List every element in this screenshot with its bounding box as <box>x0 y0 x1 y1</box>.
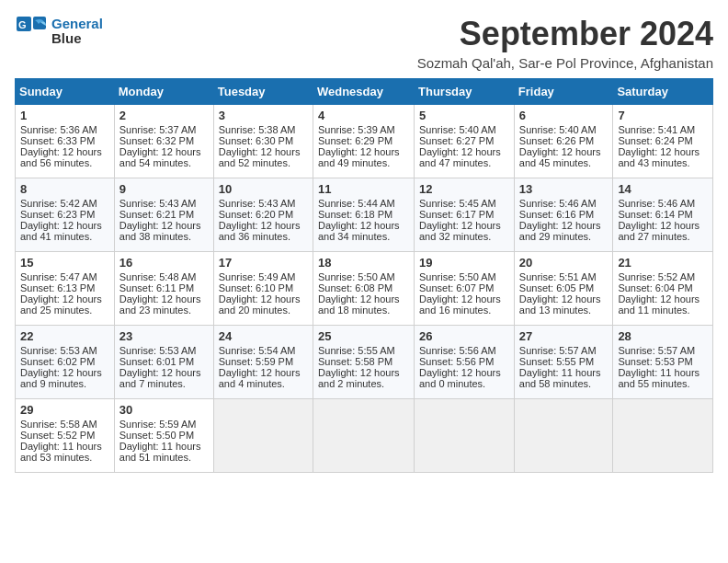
calendar-cell: 28 Sunrise: 5:57 AM Sunset: 5:53 PM Dayl… <box>613 326 713 399</box>
calendar-cell: 13 Sunrise: 5:46 AM Sunset: 6:16 PM Dayl… <box>514 178 613 252</box>
calendar-cell: 30 Sunrise: 5:59 AM Sunset: 5:50 PM Dayl… <box>114 399 213 473</box>
calendar-cell <box>415 399 515 473</box>
sunrise-label: Sunrise: 5:57 AM <box>618 345 695 356</box>
calendar-table: SundayMondayTuesdayWednesdayThursdayFrid… <box>15 78 713 473</box>
daylight-label: Daylight: 11 hours and 58 minutes. <box>519 367 601 389</box>
sunset-label: Sunset: 5:50 PM <box>119 430 194 441</box>
day-number: 26 <box>419 329 509 343</box>
sunrise-label: Sunrise: 5:55 AM <box>318 345 395 356</box>
day-number: 4 <box>318 109 409 122</box>
calendar-cell: 16 Sunrise: 5:48 AM Sunset: 6:11 PM Dayl… <box>114 252 213 326</box>
daylight-label: Daylight: 12 hours and 32 minutes. <box>419 220 501 242</box>
daylight-label: Daylight: 12 hours and 9 minutes. <box>20 367 102 389</box>
sunrise-label: Sunrise: 5:40 AM <box>519 124 597 135</box>
daylight-label: Daylight: 12 hours and 20 minutes. <box>219 293 301 316</box>
daylight-label: Daylight: 12 hours and 0 minutes. <box>419 367 501 389</box>
sunrise-label: Sunrise: 5:39 AM <box>318 124 395 135</box>
sunset-label: Sunset: 5:56 PM <box>419 356 494 367</box>
sunset-label: Sunset: 5:52 PM <box>20 430 95 441</box>
daylight-label: Daylight: 12 hours and 49 minutes. <box>318 146 400 168</box>
calendar-cell <box>313 399 414 473</box>
calendar-cell: 23 Sunrise: 5:53 AM Sunset: 6:01 PM Dayl… <box>114 326 213 399</box>
sunrise-label: Sunrise: 5:53 AM <box>119 345 197 356</box>
day-number: 13 <box>519 182 609 196</box>
sunrise-label: Sunrise: 5:52 AM <box>618 271 695 282</box>
sunset-label: Sunset: 6:08 PM <box>318 282 392 293</box>
daylight-label: Daylight: 12 hours and 56 minutes. <box>20 146 102 168</box>
sunrise-label: Sunrise: 5:44 AM <box>318 198 395 209</box>
sunset-label: Sunset: 6:13 PM <box>20 282 95 293</box>
daylight-label: Daylight: 12 hours and 13 minutes. <box>519 293 601 316</box>
sunrise-label: Sunrise: 5:36 AM <box>20 124 97 135</box>
logo: G General Blue <box>15 15 103 48</box>
day-number: 28 <box>618 329 708 343</box>
page-header: G General Blue September 2024 Sozmah Qal… <box>15 15 713 71</box>
sunrise-label: Sunrise: 5:58 AM <box>20 419 97 430</box>
day-number: 25 <box>318 329 409 343</box>
calendar-cell: 3 Sunrise: 5:38 AM Sunset: 6:30 PM Dayli… <box>213 105 313 178</box>
day-number: 19 <box>419 256 509 270</box>
daylight-label: Daylight: 12 hours and 7 minutes. <box>119 367 201 389</box>
calendar-cell: 6 Sunrise: 5:40 AM Sunset: 6:26 PM Dayli… <box>514 105 613 178</box>
calendar-week-5: 29 Sunrise: 5:58 AM Sunset: 5:52 PM Dayl… <box>16 399 713 473</box>
calendar-cell: 7 Sunrise: 5:41 AM Sunset: 6:24 PM Dayli… <box>613 105 713 178</box>
sunrise-label: Sunrise: 5:37 AM <box>119 124 197 135</box>
day-number: 9 <box>119 182 209 196</box>
calendar-cell: 4 Sunrise: 5:39 AM Sunset: 6:29 PM Dayli… <box>313 105 414 178</box>
day-number: 2 <box>119 109 209 122</box>
calendar-cell <box>514 399 613 473</box>
sunset-label: Sunset: 6:04 PM <box>618 282 692 293</box>
month-title: September 2024 <box>417 15 713 53</box>
sunrise-label: Sunrise: 5:56 AM <box>419 345 496 356</box>
sunset-label: Sunset: 6:16 PM <box>519 209 594 220</box>
calendar-week-3: 15 Sunrise: 5:47 AM Sunset: 6:13 PM Dayl… <box>16 252 713 326</box>
calendar-cell: 11 Sunrise: 5:44 AM Sunset: 6:18 PM Dayl… <box>313 178 414 252</box>
daylight-label: Daylight: 12 hours and 41 minutes. <box>20 220 102 242</box>
calendar-cell: 12 Sunrise: 5:45 AM Sunset: 6:17 PM Dayl… <box>415 178 515 252</box>
calendar-cell: 19 Sunrise: 5:50 AM Sunset: 6:07 PM Dayl… <box>415 252 515 326</box>
calendar-cell: 26 Sunrise: 5:56 AM Sunset: 5:56 PM Dayl… <box>415 326 515 399</box>
day-number: 16 <box>119 256 209 270</box>
day-number: 18 <box>318 256 409 270</box>
sunset-label: Sunset: 6:07 PM <box>419 282 494 293</box>
daylight-label: Daylight: 12 hours and 45 minutes. <box>519 146 601 168</box>
sunrise-label: Sunrise: 5:53 AM <box>20 345 97 356</box>
logo-blue: Blue <box>51 31 103 47</box>
daylight-label: Daylight: 11 hours and 55 minutes. <box>618 367 700 389</box>
sunset-label: Sunset: 6:11 PM <box>119 282 194 293</box>
sunset-label: Sunset: 6:24 PM <box>618 135 692 146</box>
calendar-cell: 25 Sunrise: 5:55 AM Sunset: 5:58 PM Dayl… <box>313 326 414 399</box>
calendar-cell <box>213 399 313 473</box>
sunrise-label: Sunrise: 5:50 AM <box>318 271 395 282</box>
title-block: September 2024 Sozmah Qal'ah, Sar-e Pol … <box>417 15 713 71</box>
day-number: 29 <box>20 403 109 417</box>
daylight-label: Daylight: 12 hours and 25 minutes. <box>20 293 102 316</box>
calendar-week-2: 8 Sunrise: 5:42 AM Sunset: 6:23 PM Dayli… <box>16 178 713 252</box>
daylight-label: Daylight: 12 hours and 38 minutes. <box>119 220 201 242</box>
daylight-label: Daylight: 12 hours and 27 minutes. <box>618 220 700 242</box>
sunset-label: Sunset: 6:32 PM <box>119 135 194 146</box>
daylight-label: Daylight: 12 hours and 36 minutes. <box>219 220 301 242</box>
calendar-cell: 24 Sunrise: 5:54 AM Sunset: 5:59 PM Dayl… <box>213 326 313 399</box>
sunset-label: Sunset: 6:10 PM <box>219 282 293 293</box>
daylight-label: Daylight: 12 hours and 23 minutes. <box>119 293 201 316</box>
calendar-cell: 2 Sunrise: 5:37 AM Sunset: 6:32 PM Dayli… <box>114 105 213 178</box>
sunrise-label: Sunrise: 5:45 AM <box>419 198 496 209</box>
weekday-header-friday: Friday <box>514 79 613 105</box>
daylight-label: Daylight: 12 hours and 18 minutes. <box>318 293 400 316</box>
daylight-label: Daylight: 12 hours and 4 minutes. <box>219 367 301 389</box>
daylight-label: Daylight: 12 hours and 34 minutes. <box>318 220 400 242</box>
sunset-label: Sunset: 6:18 PM <box>318 209 392 220</box>
day-number: 8 <box>20 182 109 196</box>
sunset-label: Sunset: 6:30 PM <box>219 135 293 146</box>
sunrise-label: Sunrise: 5:48 AM <box>119 271 197 282</box>
calendar-week-4: 22 Sunrise: 5:53 AM Sunset: 6:02 PM Dayl… <box>16 326 713 399</box>
sunset-label: Sunset: 6:17 PM <box>419 209 494 220</box>
sunrise-label: Sunrise: 5:42 AM <box>20 198 97 209</box>
day-number: 17 <box>219 256 308 270</box>
logo-icon: G <box>15 15 48 48</box>
calendar-cell: 10 Sunrise: 5:43 AM Sunset: 6:20 PM Dayl… <box>213 178 313 252</box>
daylight-label: Daylight: 12 hours and 52 minutes. <box>219 146 301 168</box>
calendar-cell: 27 Sunrise: 5:57 AM Sunset: 5:55 PM Dayl… <box>514 326 613 399</box>
daylight-label: Daylight: 12 hours and 2 minutes. <box>318 367 400 389</box>
